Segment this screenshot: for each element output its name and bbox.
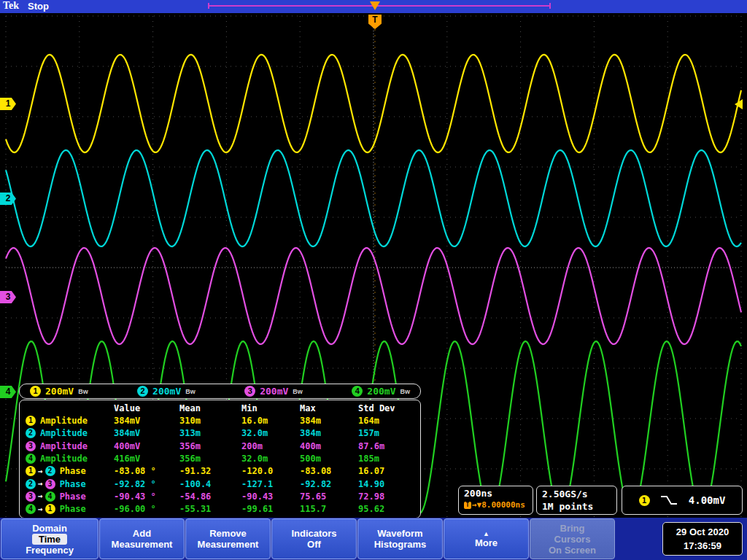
menu-button-line: More (475, 537, 498, 548)
measurement-mean: -91.32 (179, 466, 241, 476)
menu-button-line: Frequency (26, 545, 74, 556)
measurement-row-3-4-phase: 3→4Phase-90.43 °-54.86-90.4375.6572.98 (26, 490, 414, 502)
measurement-mean: -100.4 (179, 479, 241, 489)
menu-button-indicators[interactable]: IndicatorsOff (271, 518, 357, 559)
menu-button-line: Histograms (374, 539, 427, 550)
trigger-level-value: 4.00mV (689, 494, 726, 506)
trigger-source-badge: 1 (639, 495, 650, 506)
measurement-mean: 310m (179, 416, 241, 426)
channel-1-badge: 1 (26, 416, 36, 426)
channel-1-scale[interactable]: 1200mVBw (30, 386, 88, 397)
measurement-stddev: 72.98 (358, 491, 414, 502)
channel-4-badge: 4 (45, 491, 55, 502)
trigger-level-arrow-icon[interactable] (735, 99, 743, 109)
measurement-min: 16.0m (241, 416, 300, 426)
measurement-name: Amplitude (40, 454, 88, 464)
arrow-icon: → (38, 505, 43, 514)
measurement-name: Amplitude (40, 441, 88, 451)
trigger-position-arrow-icon[interactable] (370, 1, 380, 10)
acquisition-readout: 2.50GS/s 1M points (536, 486, 617, 515)
bandwidth-icon: Bw (78, 388, 88, 395)
timebase-readout[interactable]: 200ns T →▼8.00000ns (458, 486, 533, 515)
header-stddev: Std Dev (358, 403, 414, 413)
tek-logo: Tek (3, 0, 19, 12)
bandwidth-icon: Bw (293, 388, 303, 395)
menu-button-line: Cursors (554, 534, 591, 545)
header-value: Value (114, 403, 179, 413)
measurement-label: 1Amplitude (26, 416, 114, 426)
measurement-value: 384mV (114, 428, 179, 438)
measurement-max: 384m (300, 416, 358, 426)
menu-button-waveform-histograms[interactable]: WaveformHistograms (357, 518, 443, 559)
measurement-row-2-amplitude: 2Amplitude384mV313m32.0m384m157m (26, 427, 414, 440)
measurement-min: -120.0 (241, 466, 300, 476)
channel-1-badge: 1 (26, 466, 36, 476)
channel-3-badge: 3 (244, 386, 255, 397)
menu-button-add-measurement[interactable]: AddMeasurement (99, 518, 185, 559)
measurement-mean: 313m (179, 428, 241, 438)
measurement-value: -83.08 ° (114, 466, 179, 476)
mini-trigger-flag-icon: T (464, 502, 471, 509)
measurement-stddev: 164m (358, 416, 414, 426)
date-label: 29 Oct 2020 (663, 525, 742, 539)
record-length: 1M points (542, 500, 611, 513)
menu-button-bring-cursors[interactable]: BringCursorsOn Screen (530, 518, 615, 559)
measurement-name: Phase (60, 466, 86, 476)
menu-button-line: Domain (32, 523, 67, 534)
measurement-label: 4→1Phase (26, 504, 114, 514)
measurement-min: -127.1 (241, 479, 300, 489)
channel-scale-value: 200mV (260, 386, 288, 397)
trigger-delay-value: →▼8.00000ns (472, 500, 525, 510)
measurement-label: 1→2Phase (26, 466, 114, 476)
measurement-name: Amplitude (40, 416, 88, 426)
measurement-max: 115.7 (300, 504, 358, 514)
measurement-max: 500m (300, 454, 358, 464)
measurement-max: 384m (300, 428, 358, 438)
measurement-min: -90.43 (241, 491, 300, 502)
menu-button-line: Bring (560, 523, 585, 534)
measurement-stddev: 95.62 (358, 504, 414, 514)
measurement-name: Amplitude (40, 428, 88, 438)
time-label: 17:36:59 (663, 539, 742, 553)
channel-scale-bar: 1200mVBw2200mVBw3200mVBw4200mVBw (19, 384, 421, 399)
measurement-row-1-amplitude: 1Amplitude384mV310m16.0m384m164m (26, 414, 414, 427)
bottom-menu-bar: DomainTimeFrequencyAddMeasurementRemoveM… (0, 518, 747, 560)
channel-scale-value: 200mV (152, 386, 181, 397)
channel-4-scale[interactable]: 4200mVBw (352, 386, 410, 397)
measurement-label: 3→4Phase (26, 491, 114, 502)
header-min: Min (241, 403, 300, 413)
menu-button-line: On Screen (549, 545, 596, 556)
menu-button-domain[interactable]: DomainTimeFrequency (1, 518, 98, 559)
channel-2-scale[interactable]: 2200mVBw (137, 386, 196, 397)
channel-scale-value: 200mV (367, 386, 395, 397)
channel-2-badge: 2 (26, 428, 36, 438)
menu-button-more[interactable]: ▲More (444, 518, 529, 559)
arrow-icon: → (38, 467, 43, 476)
measurement-row-3-amplitude: 3Amplitude400mV356m200m400m87.6m (26, 440, 414, 452)
channel-3-badge: 3 (26, 441, 36, 451)
menu-button-line: Off (307, 539, 321, 550)
header-max: Max (300, 403, 358, 413)
menu-button-line: Time (32, 534, 67, 545)
sample-rate: 2.50GS/s (542, 488, 611, 500)
arrow-icon: → (38, 491, 43, 501)
channel-3-scale[interactable]: 3200mVBw (244, 386, 303, 397)
channel-1-badge: 1 (45, 504, 55, 514)
acquisition-status: Stop (28, 1, 49, 12)
menu-button-group: DomainTimeFrequencyAddMeasurementRemoveM… (1, 518, 615, 559)
menu-button-line: Measurement (198, 539, 259, 550)
measurement-value: 400mV (114, 441, 179, 451)
measurement-min: 32.0m (241, 454, 300, 464)
measurement-label: 2Amplitude (26, 428, 114, 438)
channel-2-badge: 2 (26, 479, 36, 489)
trigger-readout[interactable]: 1 4.00mV (622, 486, 743, 515)
measurement-table-header: Value Mean Min Max Std Dev (26, 402, 414, 414)
menu-button-remove-measurement[interactable]: RemoveMeasurement (185, 518, 271, 559)
menu-button-line: Add (133, 528, 151, 539)
falling-edge-icon (660, 494, 678, 506)
arrow-icon: → (38, 479, 43, 489)
measurement-stddev: 185m (358, 454, 414, 464)
measurement-mean: 356m (179, 454, 241, 464)
bandwidth-icon: Bw (185, 388, 196, 395)
measurement-label: 3Amplitude (26, 441, 114, 451)
